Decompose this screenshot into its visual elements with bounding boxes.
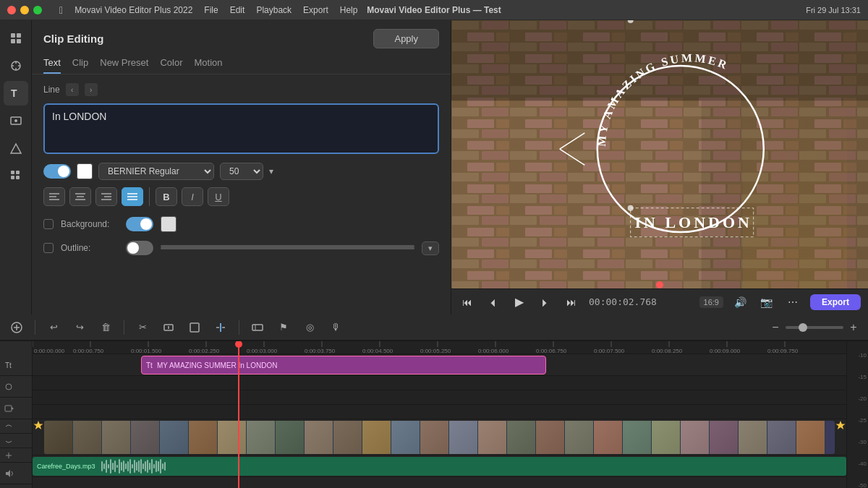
svg-text:0:00:00.000: 0:00:00.000 — [34, 348, 65, 354]
person-overlay — [743, 87, 847, 288]
tab-text[interactable]: Text — [43, 54, 61, 74]
prev-frame-button[interactable]: ⏴ — [485, 294, 502, 311]
zoom-in-button[interactable]: + — [846, 321, 861, 334]
tab-color[interactable]: Color — [160, 54, 182, 74]
svg-rect-15 — [16, 176, 20, 179]
svg-rect-2 — [11, 39, 15, 43]
volume-button[interactable]: 🔊 — [732, 294, 749, 311]
outline-slider[interactable] — [161, 247, 414, 249]
menu-playback[interactable]: Playback — [256, 5, 292, 15]
toolbar-media[interactable] — [4, 108, 28, 133]
outline-style-btn[interactable]: ▾ — [422, 241, 439, 255]
tab-new-preset[interactable]: New Preset — [100, 54, 148, 74]
align-right-button[interactable] — [95, 187, 117, 206]
vol-tick-40: -40 — [848, 461, 867, 467]
svg-marker-91 — [34, 421, 43, 429]
track-label-ctrl3 — [0, 448, 32, 463]
toolbar-shape[interactable] — [4, 136, 28, 160]
size-dropdown-arrow[interactable]: ▾ — [269, 166, 273, 176]
menu-right: Fri 29 Jul 13:31 — [806, 6, 861, 14]
minimize-button[interactable] — [20, 6, 29, 14]
toolbar-text[interactable]: T — [4, 81, 28, 106]
aspect-ratio[interactable]: 16:9 — [699, 296, 723, 308]
close-button[interactable] — [7, 6, 16, 14]
undo-button[interactable]: ↩ — [44, 318, 63, 337]
skip-back-button[interactable]: ⏮ — [459, 294, 476, 311]
insert-media-button[interactable] — [248, 318, 267, 337]
menu-help[interactable]: Help — [340, 5, 358, 15]
svg-text:0:00:02.250: 0:00:02.250 — [189, 348, 220, 354]
skip-forward-button[interactable]: ⏭ — [563, 294, 580, 311]
track-label-side — [0, 376, 32, 398]
video-clip[interactable] — [44, 421, 835, 454]
align-justify-button[interactable] — [122, 187, 143, 206]
insert-button[interactable] — [159, 318, 178, 337]
toolbar-pointer[interactable] — [4, 53, 28, 78]
outline-checkbox[interactable] — [43, 243, 54, 253]
voiceover-button[interactable]: 🎙 — [326, 318, 345, 337]
menu-export[interactable]: Export — [303, 5, 328, 15]
toolbar-overview[interactable] — [4, 26, 28, 51]
export-button[interactable]: Export — [810, 294, 861, 310]
svg-text:0:00:08.250: 0:00:08.250 — [652, 348, 683, 354]
background-checkbox[interactable] — [43, 219, 54, 229]
add-media-button[interactable] — [7, 318, 26, 337]
cut-button[interactable]: ✂ — [133, 318, 152, 337]
font-toggle[interactable] — [43, 164, 71, 179]
overlay-button[interactable]: ◎ — [300, 318, 319, 337]
audio-clip[interactable]: Carefree_Days.mp3 — [33, 457, 846, 476]
svg-rect-55 — [252, 325, 263, 330]
menu-file[interactable]: File — [204, 5, 218, 15]
align-center-button[interactable] — [69, 187, 91, 206]
svg-point-58 — [6, 384, 12, 390]
zoom-slider[interactable] — [786, 326, 843, 329]
svg-text:T: T — [11, 87, 17, 99]
background-toggle[interactable] — [126, 217, 153, 231]
underline-button[interactable]: U — [208, 187, 229, 206]
tab-clip[interactable]: Clip — [72, 54, 88, 74]
window-title: Movavi Video Editor Plus — Test — [367, 5, 501, 15]
delete-button[interactable]: 🗑 — [96, 318, 115, 337]
svg-marker-60 — [12, 407, 14, 410]
empty-track3 — [33, 405, 846, 419]
text-input-area[interactable]: In LONDON — [43, 103, 439, 154]
line-next-arrow[interactable]: › — [85, 83, 98, 96]
crop-button[interactable] — [185, 318, 204, 337]
svg-line-39 — [560, 133, 585, 149]
menu-edit[interactable]: Edit — [230, 5, 245, 15]
toolbar-grid[interactable] — [4, 163, 28, 188]
font-family-select[interactable]: BERNIER Regular — [98, 163, 214, 180]
line-prev-arrow[interactable]: ‹ — [66, 83, 79, 96]
play-button[interactable]: ▶ — [511, 294, 528, 311]
background-color-swatch[interactable] — [161, 216, 176, 232]
font-color-swatch[interactable] — [77, 163, 93, 179]
star-marker-right — [835, 419, 846, 431]
screenshot-button[interactable]: 📷 — [758, 294, 775, 311]
split-button[interactable] — [211, 318, 230, 337]
timeline-tracks: 0:00:00.000 0:00:00.750 0:00:01.500 0:00… — [33, 341, 846, 488]
outline-toggle[interactable] — [126, 241, 153, 255]
svg-text:MY AMAZING SUMMER: MY AMAZING SUMMER — [595, 51, 731, 147]
next-frame-button[interactable]: ⏵ — [537, 294, 554, 311]
zoom-out-button[interactable]: − — [768, 321, 783, 334]
svg-text:0:00:09.750: 0:00:09.750 — [767, 348, 799, 354]
bold-button[interactable]: B — [156, 187, 177, 206]
track-labels: Tt — [0, 341, 33, 488]
redo-button[interactable]: ↪ — [70, 318, 89, 337]
track-label-text: Tt — [0, 354, 32, 376]
flag-button[interactable]: ⚑ — [274, 318, 293, 337]
apply-button[interactable]: Apply — [373, 29, 439, 48]
svg-point-45 — [628, 20, 634, 23]
tab-motion[interactable]: Motion — [195, 54, 223, 74]
svg-text:Tt: Tt — [5, 361, 12, 369]
svg-rect-12 — [11, 171, 14, 174]
align-left-button[interactable] — [43, 187, 65, 206]
menu-app-name[interactable]: Movavi Video Editor Plus 2022 — [75, 5, 192, 15]
text-clip[interactable]: Tt MY AMAZING SUMMER In LONDON — [141, 356, 546, 374]
svg-marker-92 — [836, 421, 846, 429]
panel-content: Line ‹ › In LONDON BERNIER Regular 50 — [32, 83, 451, 314]
maximize-button[interactable] — [33, 6, 42, 14]
font-size-select[interactable]: 50 — [220, 163, 263, 180]
more-options-button[interactable]: ⋯ — [784, 294, 801, 311]
italic-button[interactable]: I — [182, 187, 203, 206]
